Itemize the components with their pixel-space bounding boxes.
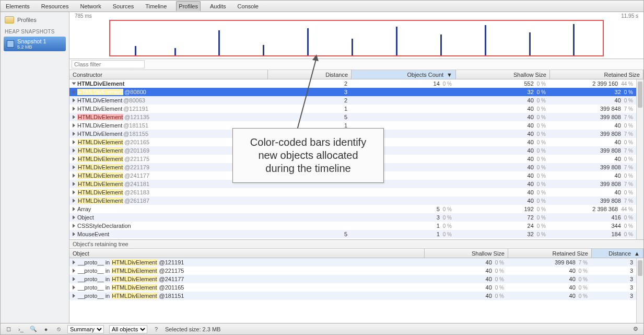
table-row[interactable]: HTMLDivElement2140 %5520 %2 399 16044 % (69, 79, 643, 88)
allocation-timeline[interactable]: 785 ms 11.95 s (69, 12, 643, 59)
timeline-bar (573, 24, 575, 55)
retaining-row[interactable]: __proto__ in HTMLDivElement @241177400 %… (69, 275, 643, 283)
retaining-row[interactable]: __proto__ in HTMLDivElement @201165400 %… (69, 283, 643, 292)
table-row[interactable]: Object30 %720 %4160 % (69, 213, 643, 222)
expand-icon[interactable] (73, 199, 75, 203)
col-retained-size[interactable]: Retained Size (550, 70, 643, 79)
expand-icon[interactable] (73, 207, 75, 211)
tab-elements[interactable]: Elements (4, 2, 32, 11)
filter-bar (69, 59, 643, 70)
search-icon[interactable]: 🔍 (30, 326, 37, 332)
table-row[interactable]: HTMLDivElement @261187400 %399 8087 % (69, 197, 643, 205)
timeline-right-label: 11.95 s (621, 13, 638, 19)
expand-icon[interactable] (73, 224, 75, 228)
profiles-header: Profiles (1, 14, 69, 26)
selected-size-label: Selected size: 2.3 MB (165, 326, 220, 332)
retaining-scrollbar[interactable] (636, 258, 643, 323)
table-row[interactable]: MouseEvent510 %320 %1840 % (69, 230, 643, 238)
timeline-bar (135, 46, 136, 55)
console-toggle-icon[interactable]: ›_ (17, 326, 25, 332)
tab-console[interactable]: Console (236, 2, 261, 11)
col-constructor[interactable]: Constructor (69, 70, 268, 79)
expand-icon[interactable] (73, 140, 75, 144)
table-row[interactable]: HTMLDivElement @800632400 %400 % (69, 96, 643, 105)
profiles-icon (5, 16, 14, 24)
timeline-bar (396, 27, 397, 55)
expand-icon[interactable] (73, 269, 75, 273)
timeline-bar (440, 34, 442, 55)
rcol-distance[interactable]: Distance▲ (592, 249, 643, 258)
settings-gear-icon[interactable]: ⚙ (632, 326, 639, 332)
vertical-scrollbar[interactable] (636, 79, 643, 239)
expand-icon[interactable] (73, 90, 75, 94)
snapshot-item[interactable]: Snapshot 1 5.2 MB (4, 37, 66, 51)
retaining-row[interactable]: __proto__ in HTMLDivElement @221175400 %… (69, 267, 643, 275)
expand-icon[interactable] (73, 107, 75, 111)
expand-icon[interactable] (73, 157, 75, 161)
tab-resources[interactable]: Resources (39, 2, 71, 11)
rcol-object[interactable]: Object (69, 249, 425, 258)
status-bar: ◻ ›_ 🔍 ● ⦸ Summary All objects ? Selecte… (1, 323, 643, 334)
objects-filter-select[interactable]: All objects (109, 325, 147, 333)
tab-sources[interactable]: Sources (111, 2, 136, 11)
expand-icon[interactable] (73, 232, 75, 236)
timeline-bar (307, 28, 309, 55)
table-row[interactable]: Array50 %1920 %2 398 36844 % (69, 205, 643, 213)
retaining-row[interactable]: __proto__ in HTMLDivElement @121191400 %… (69, 258, 643, 267)
col-objects-count[interactable]: Objects Count▼ (352, 70, 456, 79)
expand-icon[interactable] (73, 123, 75, 128)
heap-table-header: Constructor Distance Objects Count▼ Shal… (69, 70, 643, 79)
expand-icon[interactable] (73, 174, 75, 178)
timeline-bar (263, 45, 264, 55)
expand-icon[interactable] (73, 98, 75, 102)
expand-icon[interactable] (73, 132, 75, 136)
timeline-left-label: 785 ms (75, 13, 92, 19)
rcol-shallow[interactable]: Shallow Size (425, 249, 508, 258)
table-row[interactable]: HTMLDivElement @261183400 %400 % (69, 188, 643, 197)
timeline-bar (529, 32, 531, 55)
timeline-selection-box[interactable] (109, 20, 604, 56)
timeline-bar (352, 39, 353, 55)
expand-icon[interactable] (73, 294, 75, 298)
rcol-retained[interactable]: Retained Size (508, 249, 592, 258)
table-row[interactable]: HTMLDivElement @1211911400 %399 8487 % (69, 105, 643, 113)
tab-profiles[interactable]: Profiles (176, 1, 201, 11)
help-icon[interactable]: ? (153, 326, 160, 332)
expand-icon[interactable] (73, 260, 75, 264)
retaining-tree-title: Object's retaining tree (69, 240, 643, 249)
expand-icon[interactable] (73, 182, 75, 186)
expand-icon[interactable] (73, 115, 75, 119)
expand-icon[interactable] (73, 215, 75, 220)
table-row[interactable]: UIEvent10 %320 %1840 % (69, 238, 643, 239)
expand-icon[interactable] (73, 190, 75, 194)
timeline-bar (174, 48, 176, 55)
view-select[interactable]: Summary (67, 325, 104, 333)
expand-icon[interactable] (73, 148, 75, 153)
timeline-bar (485, 25, 486, 55)
retaining-row[interactable]: __proto__ in HTMLDivElement @181151400 %… (69, 292, 643, 300)
table-row[interactable]: CSSStyleDeclaration10 %240 %3440 % (69, 222, 643, 230)
expand-icon[interactable] (73, 285, 75, 290)
profiles-label: Profiles (17, 17, 37, 23)
table-row[interactable]: HTMLDivElement @808003320 %320 % (69, 88, 643, 96)
class-filter-input[interactable] (72, 60, 145, 68)
record-icon[interactable]: ● (42, 326, 50, 332)
col-distance[interactable]: Distance (268, 70, 352, 79)
expand-icon[interactable] (73, 165, 75, 169)
retaining-tree-header: Object Shallow Size Retained Size Distan… (69, 249, 643, 258)
retaining-tree-panel: Object's retaining tree Object Shallow S… (69, 239, 643, 323)
annotation-callout: Color-coded bars identify new objects al… (232, 128, 384, 183)
expand-icon[interactable] (73, 277, 75, 281)
devtools-tab-bar: ElementsResourcesNetworkSourcesTimelineP… (1, 1, 643, 12)
timeline-bar (218, 30, 220, 55)
expand-icon[interactable] (72, 83, 76, 85)
snapshot-icon (7, 40, 14, 48)
clear-icon[interactable]: ⦸ (55, 326, 62, 332)
tab-network[interactable]: Network (78, 2, 103, 11)
dock-icon[interactable]: ◻ (5, 326, 12, 332)
snapshot-size: 5.2 MB (17, 44, 46, 50)
tab-audits[interactable]: Audits (208, 2, 228, 11)
tab-timeline[interactable]: Timeline (143, 2, 169, 11)
table-row[interactable]: HTMLDivElement @1211355400 %399 8087 % (69, 113, 643, 121)
col-shallow-size[interactable]: Shallow Size (456, 70, 550, 79)
